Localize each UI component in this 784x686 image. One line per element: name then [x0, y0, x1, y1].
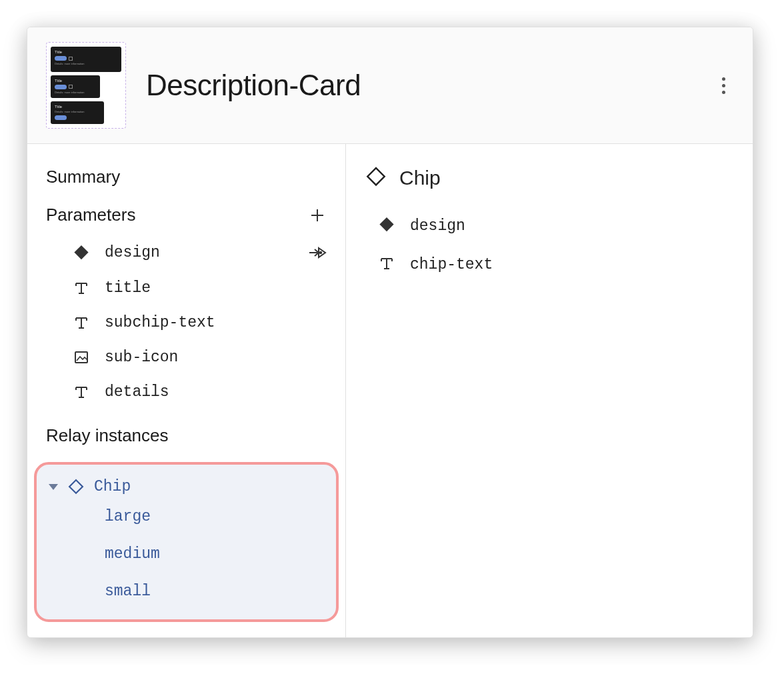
svg-point-4 — [319, 251, 322, 254]
panel-body: Summary Parameters design — [27, 144, 753, 637]
summary-heading[interactable]: Summary — [27, 163, 345, 199]
relay-instance-label: Chip — [94, 478, 131, 495]
relay-child-item[interactable]: small — [105, 573, 327, 610]
parameters-heading: Parameters — [46, 205, 308, 225]
parameter-item[interactable]: design — [46, 235, 327, 271]
map-arrow-icon — [308, 243, 327, 262]
parameters-header-row: Parameters — [27, 199, 345, 235]
right-pane: Chip design chip-text — [346, 144, 753, 637]
svg-rect-6 — [69, 480, 83, 493]
parameter-item[interactable]: sub-icon — [46, 340, 327, 375]
parameter-label: design — [105, 244, 293, 261]
detail-list: design chip-text — [366, 207, 733, 284]
detail-label: chip-text — [410, 256, 493, 273]
svg-rect-2 — [74, 245, 88, 259]
detail-header: Chip — [366, 163, 733, 207]
text-icon — [379, 256, 394, 273]
diamond-filled-icon — [379, 217, 394, 235]
text-icon — [73, 314, 90, 331]
relay-instance-highlight: Chip large medium small — [34, 462, 339, 622]
text-icon — [73, 383, 90, 401]
more-options-button[interactable] — [713, 72, 734, 99]
parameter-label: title — [105, 279, 327, 297]
text-icon — [73, 279, 90, 297]
image-icon — [73, 349, 90, 366]
map-parameter-button[interactable] — [308, 243, 327, 262]
panel-header: Title Details: more information Title De… — [27, 27, 753, 144]
detail-item[interactable]: design — [379, 207, 733, 245]
add-parameter-button[interactable] — [308, 206, 327, 225]
relay-instance-item[interactable]: Chip — [46, 475, 327, 498]
detail-item[interactable]: chip-text — [379, 245, 733, 284]
parameter-label: subchip-text — [105, 314, 327, 331]
relay-child-item[interactable]: large — [105, 498, 327, 535]
left-pane: Summary Parameters design — [27, 144, 346, 637]
parameter-label: sub-icon — [105, 349, 327, 366]
svg-rect-8 — [379, 217, 393, 231]
chevron-down-icon — [49, 484, 58, 490]
relay-children-list: large medium small — [46, 498, 327, 610]
component-title: Description-Card — [146, 69, 713, 102]
diamond-filled-icon — [73, 244, 90, 261]
component-thumbnail: Title Details: more information Title De… — [46, 42, 126, 129]
parameter-item[interactable]: title — [46, 271, 327, 305]
parameter-label: details — [105, 383, 327, 401]
relay-instances-heading: Relay instances — [27, 421, 345, 458]
component-panel: Title Details: more information Title De… — [27, 27, 753, 638]
parameter-item[interactable]: details — [46, 375, 327, 409]
diamond-outline-icon — [366, 167, 386, 189]
diamond-outline-icon — [67, 478, 85, 495]
plus-icon — [309, 207, 325, 223]
svg-rect-7 — [367, 168, 384, 185]
relay-child-item[interactable]: medium — [105, 535, 327, 573]
parameter-item[interactable]: subchip-text — [46, 305, 327, 340]
detail-title: Chip — [399, 167, 441, 189]
detail-label: design — [410, 217, 465, 235]
parameters-list: design title — [27, 235, 345, 421]
